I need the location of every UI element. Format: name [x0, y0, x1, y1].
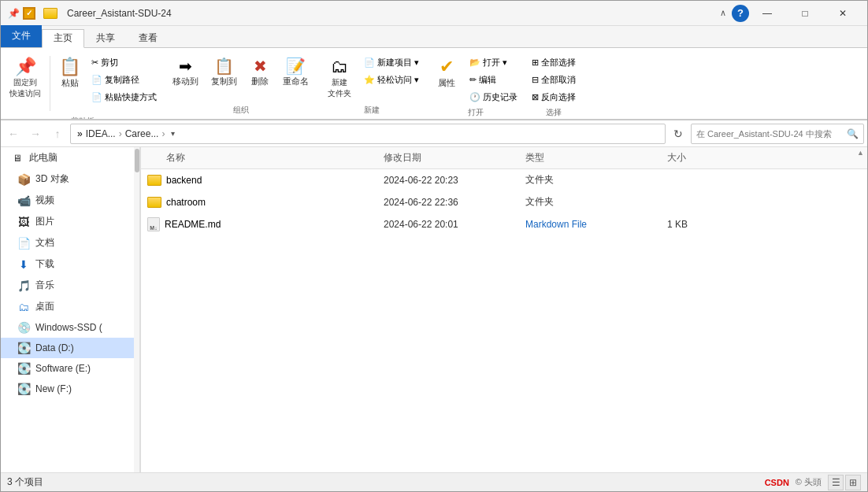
search-input[interactable] — [696, 129, 847, 139]
refresh-button[interactable]: ↻ — [669, 124, 688, 143]
select-all-icon: ⊞ — [532, 57, 539, 68]
search-icon: 🔍 — [847, 128, 859, 139]
properties-button[interactable]: ✔ 属性 — [429, 53, 464, 93]
column-header-date[interactable]: 修改日期 — [384, 151, 525, 165]
file-row-chatroom[interactable]: chatroom 2024-06-22 22:36 文件夹 — [141, 191, 867, 213]
address-path[interactable]: » IDEA... › Caree... › ▾ — [70, 124, 666, 144]
path-dropdown-arrow[interactable]: ▾ — [171, 129, 175, 138]
sidebar-item-3d-objects[interactable]: 📦 3D 对象 — [1, 168, 134, 190]
ribbon: 📌 固定到快速访问 📋 粘贴 ✂ 剪切 📄 复制路径 📄 粘贴快 — [1, 48, 867, 120]
folder-title-icon — [43, 8, 57, 19]
forward-button[interactable]: → — [26, 124, 45, 143]
edit-button[interactable]: ✏ 编辑 — [466, 72, 521, 88]
status-right: CSDN © 头頭 ☰ ⊞ — [765, 475, 861, 490]
search-box[interactable]: 🔍 — [691, 124, 864, 144]
sidebar-item-this-pc[interactable]: 🖥 此电脑 — [1, 147, 134, 168]
maximize-button[interactable]: □ — [787, 2, 823, 25]
sidebar-item-documents[interactable]: 📄 文档 — [1, 232, 134, 253]
paste-shortcut-button[interactable]: 📄 粘贴快捷方式 — [87, 89, 161, 105]
new-drive-icon: 💽 — [17, 383, 31, 395]
breadcrumb-career[interactable]: Caree... — [125, 128, 159, 139]
breadcrumb-idea[interactable]: IDEA... — [86, 128, 116, 139]
move-to-button[interactable]: ➡ 移动到 — [167, 53, 204, 91]
minimize-button[interactable]: — — [749, 2, 785, 25]
ribbon-group-clipboard: 📌 固定到快速访问 📋 粘贴 ✂ 剪切 📄 复制路径 📄 粘贴快 — [1, 51, 164, 117]
back-button[interactable]: ← — [4, 124, 23, 143]
window-title: Career_Asistant-SDU-24 — [67, 8, 714, 19]
tab-file[interactable]: 文件 — [1, 25, 42, 47]
new-folder-icon: 🗂 — [331, 57, 348, 77]
column-header-type[interactable]: 类型 — [525, 151, 667, 165]
sidebar-item-new-f[interactable]: 💽 New (F:) — [1, 379, 134, 399]
edit-icon: ✏ — [469, 75, 477, 85]
tab-home[interactable]: 主页 — [42, 29, 84, 48]
folder-icon — [147, 197, 161, 208]
select-label: 选择 — [525, 107, 583, 120]
new-item-icon: 📄 — [364, 57, 375, 68]
deselect-all-icon: ⊟ — [532, 75, 539, 85]
select-all-button[interactable]: ⊞ 全部选择 — [528, 54, 580, 71]
new-label: 新建 — [317, 105, 426, 117]
copy-path-button[interactable]: 📄 复制路径 — [87, 72, 161, 88]
copy-path-icon: 📄 — [91, 75, 102, 85]
tab-share[interactable]: 共享 — [84, 28, 127, 47]
software-drive-icon: 💽 — [17, 362, 31, 375]
new-item-button[interactable]: 📄 新建项目 ▾ — [360, 54, 423, 71]
organize-label: 组织 — [164, 105, 317, 117]
sidebar-item-videos[interactable]: 📹 视频 — [1, 190, 134, 211]
address-bar: ← → ↑ » IDEA... › Caree... › ▾ ↻ 🔍 — [1, 120, 867, 147]
ribbon-group-organize: ➡ 移动到 📋 复制到 ✖ 删除 📝 重命名 组织 — [164, 51, 317, 117]
delete-icon: ✖ — [254, 57, 267, 76]
sort-arrow-icon: ▲ — [857, 149, 864, 157]
paste-icon: 📋 — [59, 57, 80, 77]
ribbon-tabs: 文件 主页 共享 查看 — [1, 26, 867, 48]
cut-button[interactable]: ✂ 剪切 — [87, 54, 161, 71]
list-view-button[interactable]: ☰ — [828, 475, 844, 490]
help-button[interactable]: ? — [732, 5, 749, 22]
sidebar-item-desktop[interactable]: 🗂 桌面 — [1, 296, 134, 317]
file-row-readme[interactable]: M↓ README.md 2024-06-22 20:01 Markdown F… — [141, 213, 867, 235]
csdn-badge: CSDN — [765, 478, 789, 487]
close-button[interactable]: ✕ — [825, 2, 861, 25]
breadcrumb-icon: » — [77, 128, 83, 139]
downloads-icon: ⬇ — [17, 258, 31, 271]
paste-button[interactable]: 📋 粘贴 — [54, 53, 86, 93]
sidebar-item-downloads[interactable]: ⬇ 下载 — [1, 253, 134, 275]
up-button[interactable]: ↑ — [48, 124, 67, 143]
view-icons: ☰ ⊞ — [828, 475, 861, 490]
file-row-backend[interactable]: backend 2024-06-22 20:23 文件夹 — [141, 169, 867, 191]
tab-view[interactable]: 查看 — [127, 28, 169, 47]
column-header-name[interactable]: 名称 — [147, 151, 384, 165]
easy-access-button[interactable]: ⭐ 轻松访问 ▾ — [360, 72, 423, 88]
pin-to-quickaccess-button[interactable]: 📌 固定到快速访问 — [4, 53, 46, 103]
copy-to-button[interactable]: 📋 复制到 — [206, 53, 243, 91]
sidebar-item-windows-ssd[interactable]: 💿 Windows-SSD ( — [1, 317, 134, 338]
documents-folder-icon: 📄 — [17, 237, 31, 250]
computer-icon: 🖥 — [10, 153, 24, 164]
md-file-icon: M↓ — [147, 217, 160, 231]
open-icon: 📂 — [469, 57, 480, 68]
column-header-size[interactable]: 大小 — [667, 151, 746, 165]
properties-icon: ✔ — [440, 57, 454, 77]
sidebar-item-pictures[interactable]: 🖼 图片 — [1, 211, 134, 232]
ribbon-collapse-button[interactable]: ∧ — [714, 5, 732, 22]
history-button[interactable]: 🕐 历史记录 — [466, 89, 521, 105]
new-folder-button[interactable]: 🗂 新建文件夹 — [321, 53, 358, 103]
item-count: 3 个项目 — [7, 475, 43, 489]
pin-large-icon: 📌 — [15, 57, 36, 77]
sidebar-item-music[interactable]: 🎵 音乐 — [1, 275, 134, 296]
deselect-all-button[interactable]: ⊟ 全部取消 — [528, 72, 580, 88]
rename-icon: 📝 — [286, 57, 306, 76]
ribbon-group-select: ⊞ 全部选择 ⊟ 全部取消 ⊠ 反向选择 选择 — [525, 51, 583, 117]
sidebar-item-data-d[interactable]: 💽 Data (D:) — [1, 338, 134, 358]
rename-button[interactable]: 📝 重命名 — [277, 53, 314, 91]
invert-selection-button[interactable]: ⊠ 反向选择 — [528, 89, 580, 105]
open-button[interactable]: 📂 打开 ▾ — [466, 54, 521, 71]
sidebar-item-software-e[interactable]: 💽 Software (E:) — [1, 358, 134, 379]
delete-button[interactable]: ✖ 删除 — [244, 53, 276, 91]
window-controls: — □ ✕ — [749, 2, 861, 25]
file-list-header: ▲ 名称 修改日期 类型 大小 — [141, 147, 867, 169]
grid-view-button[interactable]: ⊞ — [845, 475, 861, 490]
check-icon: ✓ — [23, 7, 35, 20]
open-label: 打开 — [426, 107, 525, 120]
